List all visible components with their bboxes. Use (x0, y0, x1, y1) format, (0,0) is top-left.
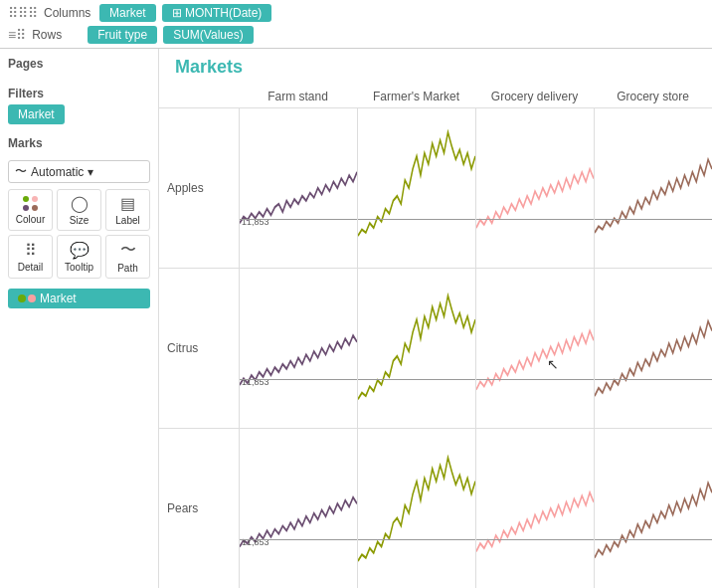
row-label-citrus: Citrus (159, 269, 239, 428)
size-button[interactable]: ◯ Size (57, 189, 101, 231)
sparkline-pears-grocery-store (595, 429, 712, 588)
cell-apples-grocery-store[interactable] (594, 108, 712, 268)
axis-line (358, 379, 475, 380)
detail-label: Detail (18, 262, 44, 273)
market-filter-pill[interactable]: Market (8, 104, 65, 124)
main-area: Pages Filters Market Marks 〜 Automatic ▾ (0, 49, 712, 588)
chart-area: Markets Farm stand Farmer's Market Groce… (159, 49, 712, 588)
cell-pears-grocery-delivery[interactable] (475, 429, 594, 588)
fruit-type-pill[interactable]: Fruit type (88, 26, 157, 44)
axis-line (240, 219, 357, 220)
sparkline-apples-grocery-delivery (476, 108, 594, 268)
axis-line (240, 539, 357, 540)
cell-citrus-grocery-store[interactable] (594, 269, 712, 428)
columns-row: ⠿⠿⠿ Columns Market ⊞ MONTH(Date) (8, 4, 704, 22)
sparkline-citrus-grocery-delivery (476, 269, 594, 428)
col-header-grocery-store: Grocery store (594, 86, 712, 107)
tooltip-icon: 💬 (70, 241, 89, 260)
pages-label: Pages (8, 57, 150, 71)
sparkline-citrus-grocery-store (595, 269, 712, 428)
label-button[interactable]: ▤ Label (105, 189, 150, 231)
sidebar: Pages Filters Market Marks 〜 Automatic ▾ (0, 49, 159, 588)
colour-button[interactable]: Colour (8, 189, 53, 231)
axis-line (476, 539, 594, 540)
sparkline-pears-grocery-delivery (476, 429, 594, 588)
col-header-farmers-market: Farmer's Market (357, 86, 475, 107)
axis-line (595, 539, 712, 540)
col-header-grocery-delivery: Grocery delivery (475, 86, 594, 107)
sparkline-apples-farmers-market (358, 108, 475, 268)
cell-citrus-farmstand[interactable]: 11,853 (239, 269, 357, 428)
tooltip-label: Tooltip (65, 262, 93, 273)
columns-drag-icon: ⠿⠿⠿ (8, 5, 38, 21)
marks-market-pill[interactable]: Market (8, 289, 150, 308)
axis-line (595, 219, 712, 220)
axis-line (358, 539, 475, 540)
cell-pears-grocery-store[interactable] (594, 429, 712, 588)
filters-section: Filters Market (8, 87, 150, 124)
table-row: Pears 11,853 (159, 429, 712, 588)
columns-label: Columns (44, 6, 93, 20)
detail-button[interactable]: ⠿ Detail (8, 235, 53, 279)
sparkline-citrus-farmers-market (358, 269, 475, 428)
sum-values-pill[interactable]: SUM(Values) (163, 26, 253, 44)
row-label-pears: Pears (159, 429, 239, 588)
sparkline-pears-farmstand (240, 429, 357, 588)
rows-label: Rows (32, 28, 82, 42)
axis-line (358, 219, 475, 220)
cell-pears-farmers-market[interactable] (357, 429, 475, 588)
wave-icon: 〜 (15, 163, 27, 180)
marks-grid: Colour ◯ Size ▤ Label ⠿ Detail (8, 189, 150, 279)
axis-line (476, 379, 594, 380)
marks-section: Marks 〜 Automatic ▾ Colour (8, 136, 150, 308)
toolbar: ⠿⠿⠿ Columns Market ⊞ MONTH(Date) ≡⠿ Rows… (0, 0, 712, 49)
size-icon: ◯ (71, 194, 89, 213)
cell-apples-farmstand[interactable]: 11,853 (239, 108, 357, 268)
month-date-pill[interactable]: ⊞ MONTH(Date) (162, 4, 272, 22)
label-icon: ▤ (120, 194, 135, 213)
marks-type-label: Automatic (31, 165, 84, 179)
marks-market-label: Market (40, 292, 77, 305)
detail-icon: ⠿ (25, 241, 37, 260)
pages-section: Pages (8, 57, 150, 75)
cell-apples-grocery-delivery[interactable] (475, 108, 594, 268)
col-header-farmstand: Farm stand (239, 86, 357, 107)
rows-row: ≡⠿ Rows Fruit type SUM(Values) (8, 26, 704, 44)
table-row: Apples 11,853 (159, 108, 712, 269)
marks-label: Marks (8, 136, 150, 150)
path-icon: 〜 (120, 240, 136, 261)
label-label: Label (115, 215, 139, 226)
sparkline-apples-farmstand (240, 108, 357, 268)
path-label: Path (117, 263, 138, 274)
sparkline-pears-farmers-market (358, 429, 475, 588)
marks-type-dropdown[interactable]: 〜 Automatic ▾ (8, 160, 150, 183)
size-label: Size (70, 215, 89, 226)
market-pill[interactable]: Market (99, 4, 156, 22)
cell-citrus-grocery-delivery[interactable]: ↖ (475, 269, 594, 428)
column-headers: Farm stand Farmer's Market Grocery deliv… (159, 86, 712, 108)
tooltip-button[interactable]: 💬 Tooltip (57, 235, 101, 279)
sparkline-citrus-farmstand (240, 269, 357, 428)
path-button[interactable]: 〜 Path (105, 235, 150, 279)
sparkline-apples-grocery-store (595, 108, 712, 268)
cell-apples-farmers-market[interactable] (357, 108, 475, 268)
cell-pears-farmstand[interactable]: 11,853 (239, 429, 357, 588)
chart-title: Markets (159, 49, 712, 86)
colour-icon (23, 196, 39, 212)
cell-citrus-farmers-market[interactable] (357, 269, 475, 428)
table-row: Citrus 11,853 (159, 269, 712, 429)
calendar-icon: ⊞ (172, 6, 182, 20)
colour-label: Colour (16, 214, 45, 225)
marks-market-dots (18, 294, 36, 302)
rows-drag-icon: ≡⠿ (8, 27, 26, 43)
row-label-apples: Apples (159, 108, 239, 268)
axis-line (595, 379, 712, 380)
col-header-empty (159, 86, 239, 107)
chart-content: Farm stand Farmer's Market Grocery deliv… (159, 86, 712, 588)
chart-rows: Apples 11,853 (159, 108, 712, 588)
axis-line (240, 379, 357, 380)
chevron-down-icon: ▾ (88, 165, 93, 179)
axis-line (476, 219, 594, 220)
filters-label: Filters (8, 87, 150, 100)
